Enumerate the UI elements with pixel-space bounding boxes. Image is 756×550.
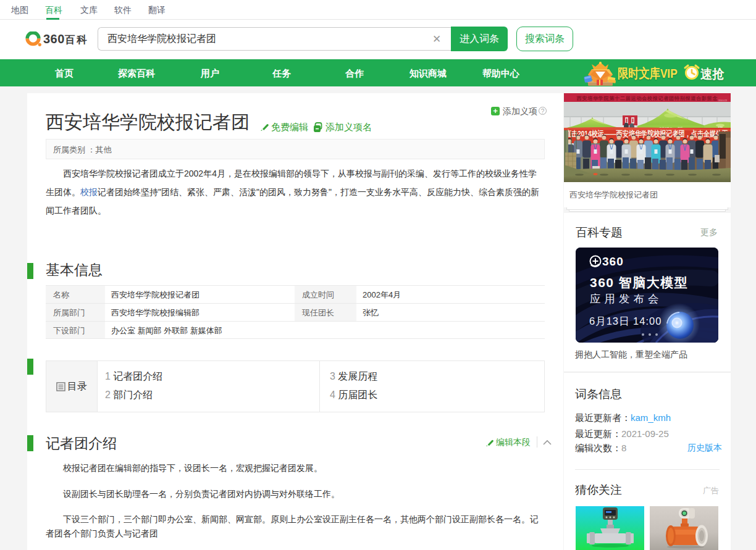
svg-text:360: 360 <box>602 255 624 268</box>
svg-text:360 智脑大模型: 360 智脑大模型 <box>590 275 688 290</box>
svg-text:2014.4.23: 2014.4.23 <box>718 99 727 102</box>
svg-text:6月13日 14:00: 6月13日 14:00 <box>589 315 662 327</box>
svg-text:西安培华学院第十二届运动会校报记者团特别报道合影留念: 西安培华学院第十二届运动会校报记者团特别报道合影留念 <box>577 95 718 101</box>
svg-text:应用发布会: 应用发布会 <box>590 293 663 305</box>
